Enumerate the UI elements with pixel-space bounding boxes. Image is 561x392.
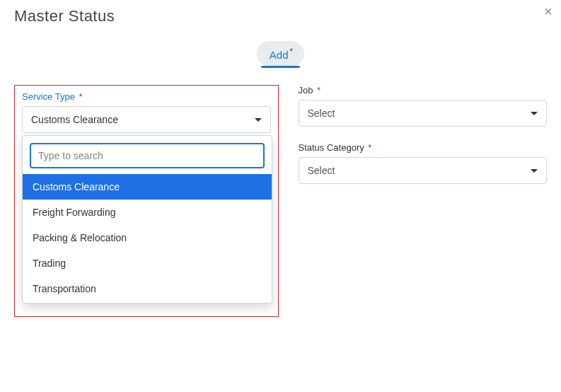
job-value: Select xyxy=(308,108,335,119)
service-type-option[interactable]: Freight Forwarding xyxy=(23,200,272,225)
service-type-select[interactable]: Customs Clearance xyxy=(22,106,271,133)
status-category-label: Status Category * xyxy=(299,142,548,153)
dropdown-search-input[interactable] xyxy=(30,143,265,168)
job-select[interactable]: Select xyxy=(299,100,548,127)
tab-bar: Add* xyxy=(0,41,561,67)
tab-add-label: Add xyxy=(270,49,289,61)
close-icon[interactable]: × xyxy=(544,4,553,18)
required-indicator: * xyxy=(317,85,320,96)
service-type-option[interactable]: Packing & Relocation xyxy=(23,225,272,250)
service-type-option[interactable]: Customs Clearance xyxy=(23,174,272,200)
required-indicator: * xyxy=(79,91,83,102)
tab-required-indicator: * xyxy=(290,47,294,57)
tab-add[interactable]: Add* xyxy=(257,41,304,67)
chevron-down-icon xyxy=(531,112,538,115)
chevron-down-icon xyxy=(255,118,262,122)
status-category-label-text: Status Category xyxy=(299,142,364,153)
chevron-down-icon xyxy=(531,169,538,173)
service-type-label-text: Service Type xyxy=(22,91,75,102)
job-label-text: Job xyxy=(299,85,313,96)
service-type-option-list[interactable]: Customs ClearanceFreight ForwardingPacki… xyxy=(23,174,272,301)
status-category-select[interactable]: Select xyxy=(299,157,548,184)
status-category-value: Select xyxy=(308,165,335,176)
service-type-option[interactable]: Transportation xyxy=(23,276,272,301)
service-type-value: Customs Clearance xyxy=(31,114,118,125)
right-column: Job * Select Status Category * Select xyxy=(299,85,548,200)
service-type-dropdown: Customs ClearanceFreight ForwardingPacki… xyxy=(22,135,272,304)
required-indicator: * xyxy=(368,142,371,153)
service-type-option[interactable]: Trading xyxy=(23,250,272,276)
job-label: Job * xyxy=(299,85,548,96)
page-title: Master Status xyxy=(14,7,547,25)
service-type-label: Service Type * xyxy=(22,91,271,102)
service-type-group-highlight: Service Type * Customs Clearance Customs… xyxy=(14,85,279,317)
